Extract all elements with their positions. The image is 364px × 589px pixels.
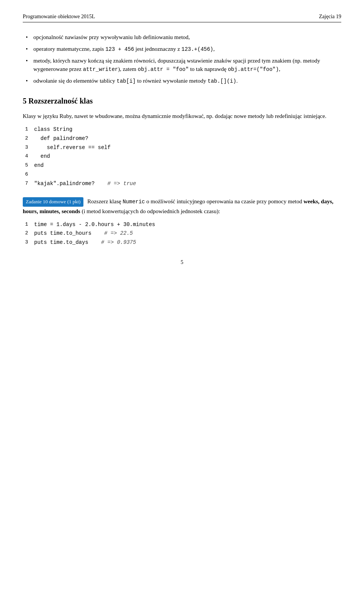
bullet-text-4: odwołanie się do elementów tablicy tab[i… bbox=[33, 78, 238, 84]
code-line-4: 4 end bbox=[23, 152, 341, 161]
code-inline: obj.attr = "foo" bbox=[138, 66, 188, 72]
code-line-6: 6 bbox=[23, 170, 341, 179]
code-inline: obj.attr=("foo") bbox=[228, 66, 279, 72]
code-inline: 123.+(456) bbox=[182, 46, 213, 52]
code-inline: 123 + 456 bbox=[105, 46, 134, 52]
section-5-heading: 5 Rozszerzalność klas bbox=[23, 97, 341, 105]
line-code-2-1: time = 1.days - 2.0.hours + 30.minutes bbox=[34, 220, 341, 229]
code-block-1: 1 class String 2 def palindrome? 3 self.… bbox=[23, 125, 341, 188]
line-num-2-3: 3 bbox=[23, 238, 34, 247]
code-inline: tab.[](i) bbox=[208, 78, 237, 84]
line-code-7: "kajak".palindrome? # => true bbox=[34, 179, 341, 188]
line-code-6 bbox=[34, 170, 341, 179]
bullet-text-1: opcjonalność nawiasów przy wywoływaniu l… bbox=[33, 34, 190, 40]
section-title: Rozszerzalność klas bbox=[28, 97, 93, 105]
code-line-3: 3 self.reverse == self bbox=[23, 143, 341, 152]
task-badge: Zadanie 10 domowe (1 pkt) bbox=[23, 197, 83, 207]
code-numeric: Numeric bbox=[122, 199, 145, 205]
line-code-3: self.reverse == self bbox=[34, 143, 341, 152]
page: Programowanie obiektowe 2015L Zajęcia 19… bbox=[0, 0, 364, 275]
line-code-2-2: puts time.to_hours # => 22.5 bbox=[34, 229, 341, 238]
code-line-1: 1 class String bbox=[23, 125, 341, 134]
code-inline: attr_writer bbox=[83, 66, 118, 72]
line-code-2: def palindrome? bbox=[34, 134, 341, 143]
code-block-2: 1 time = 1.days - 2.0.hours + 30.minutes… bbox=[23, 220, 341, 247]
line-num-3: 3 bbox=[23, 143, 34, 152]
section-number: 5 bbox=[23, 97, 27, 105]
line-num-6: 6 bbox=[23, 170, 34, 179]
line-code-4: end bbox=[34, 152, 341, 161]
code-line-5: 5 end bbox=[23, 161, 341, 170]
line-num-4: 4 bbox=[23, 152, 34, 161]
line-num-2-2: 2 bbox=[23, 229, 34, 238]
line-num-2: 2 bbox=[23, 134, 34, 143]
code-line-2-3: 3 puts time.to_days # => 0.9375 bbox=[23, 238, 341, 247]
line-num-5: 5 bbox=[23, 161, 34, 170]
code-line-2: 2 def palindrome? bbox=[23, 134, 341, 143]
list-item: metody, których nazwy kończą się znakiem… bbox=[23, 57, 341, 74]
code-line-7: 7 "kajak".palindrome? # => true bbox=[23, 179, 341, 188]
header-lecture: Zajęcia 19 bbox=[319, 14, 341, 20]
page-number: 5 bbox=[181, 259, 184, 265]
list-item: operatory matematyczne, zapis 123 + 456 … bbox=[23, 45, 341, 53]
line-num-2-1: 1 bbox=[23, 220, 34, 229]
bullet-list: opcjonalność nawiasów przy wywoływaniu l… bbox=[23, 33, 341, 85]
page-header: Programowanie obiektowe 2015L Zajęcia 19 bbox=[23, 14, 341, 22]
code-line-2-1: 1 time = 1.days - 2.0.hours + 30.minutes bbox=[23, 220, 341, 229]
line-code-2-3: puts time.to_days # => 0.9375 bbox=[34, 238, 341, 247]
list-item: opcjonalność nawiasów przy wywoływaniu l… bbox=[23, 33, 341, 42]
section-5-intro: Klasy w języku Ruby, nawet te wbudowane,… bbox=[23, 112, 341, 121]
list-item: odwołanie się do elementów tablicy tab[i… bbox=[23, 77, 341, 85]
header-course: Programowanie obiektowe 2015L bbox=[23, 14, 95, 20]
code-inline: tab[i] bbox=[117, 78, 136, 84]
bullet-text-2a: operatory matematyczne, zapis 123 + 456 … bbox=[33, 46, 215, 52]
bullet-text-3: metody, których nazwy kończą się znakiem… bbox=[33, 58, 320, 72]
code-line-2-2: 2 puts time.to_hours # => 22.5 bbox=[23, 229, 341, 238]
line-num-7: 7 bbox=[23, 179, 34, 188]
task-section: Zadanie 10 domowe (1 pkt) Rozszerz klasę… bbox=[23, 197, 341, 216]
line-code-1: class String bbox=[34, 125, 341, 134]
line-num-1: 1 bbox=[23, 125, 34, 134]
line-code-5: end bbox=[34, 161, 341, 170]
